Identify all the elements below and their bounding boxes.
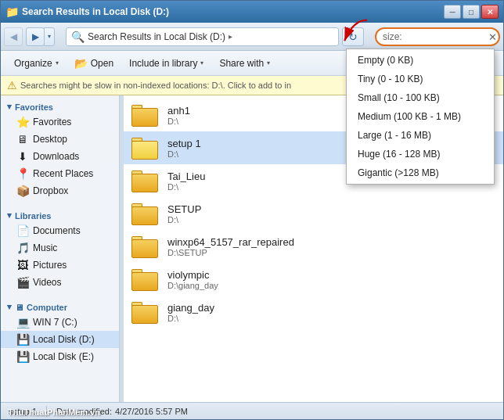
address-text: Search Results in Local Disk (D:)	[88, 31, 225, 42]
favorites-header-label: Favorites	[15, 102, 53, 112]
include-library-label: Include in library	[129, 58, 197, 69]
file-path: D:\SETUP	[167, 248, 294, 257]
file-path: D:\giang_day	[167, 281, 218, 290]
sidebar-label-desktop: Desktop	[33, 134, 67, 145]
size-dropdown-menu: Empty (0 KB) Tiny (0 - 10 KB) Small (10 …	[346, 48, 495, 185]
file-info: violympic D:\giang_day	[167, 269, 218, 290]
open-button[interactable]: 📂 Open	[67, 53, 121, 74]
statusbar: setup 1 Date modified: 4/27/2016 5:57 PM	[1, 402, 503, 419]
table-row[interactable]: giang_day D:\	[124, 296, 503, 328]
file-info: Tai_Lieu D:\	[167, 171, 205, 192]
search-bar-wrap: ✕	[375, 27, 500, 46]
folder-icon	[131, 169, 160, 192]
documents-icon: 📄	[16, 224, 29, 237]
folder-icon	[131, 202, 160, 225]
sidebar-favorites-header[interactable]: ▾ Favorites	[1, 99, 119, 113]
sidebar-libraries-section: ▾ Libraries 📄 Documents 🎵 Music 🖼 Pictur…	[1, 207, 119, 291]
dropdown-item-tiny[interactable]: Tiny (0 - 10 KB)	[347, 70, 494, 88]
drive-e-icon: 💾	[16, 350, 29, 363]
sidebar-item-dropbox[interactable]: 📦 Dropbox	[1, 182, 119, 199]
refresh-button[interactable]: ↻	[342, 27, 364, 46]
folder-icon	[131, 235, 160, 258]
recent-places-icon: 📍	[16, 167, 29, 180]
sidebar-computer-header[interactable]: ▾ 🖥 Computer	[1, 299, 119, 314]
address-folder-icon: 🔍	[71, 31, 85, 43]
file-info: SETUP D:\	[167, 203, 201, 224]
sidebar-item-local-disk-e[interactable]: 💾 Local Disk (E:)	[1, 348, 119, 365]
dropdown-item-empty[interactable]: Empty (0 KB)	[347, 51, 494, 70]
drive-c-icon: 💻	[16, 316, 29, 328]
close-button[interactable]: ✕	[481, 5, 499, 19]
titlebar-left: 📁 Search Results in Local Disk (D:)	[5, 5, 169, 18]
folder-icon	[131, 267, 160, 291]
computer-collapse-icon: ▾	[7, 302, 12, 312]
sidebar-item-downloads[interactable]: ⬇ Downloads	[1, 148, 119, 165]
file-path: D:\	[167, 149, 201, 159]
favorites-collapse-icon: ▾	[7, 102, 12, 112]
nav-dropdown[interactable]: ▾	[44, 27, 55, 46]
dropdown-item-large[interactable]: Large (1 - 16 MB)	[347, 126, 494, 145]
desktop-icon: 🖥	[16, 133, 29, 145]
sidebar-label-local-disk-e: Local Disk (E:)	[33, 351, 94, 362]
dropdown-item-gigantic[interactable]: Gigantic (>128 MB)	[347, 163, 494, 182]
sidebar-label-dropbox: Dropbox	[33, 185, 68, 196]
organize-dropdown-arrow: ▾	[56, 59, 59, 66]
sidebar-label-downloads: Downloads	[33, 151, 79, 162]
include-library-button[interactable]: Include in library ▾	[122, 53, 211, 74]
sidebar-item-recent-places[interactable]: 📍 Recent Places	[1, 165, 119, 182]
share-button[interactable]: Share with ▾	[212, 53, 277, 74]
info-icon: ⚠	[7, 79, 17, 92]
sidebar-item-local-disk-d[interactable]: 💾 Local Disk (D:)	[1, 331, 119, 348]
dropbox-icon: 📦	[16, 185, 29, 197]
minimize-button[interactable]: ─	[444, 5, 461, 19]
sidebar-item-videos[interactable]: 🎬 Videos	[1, 274, 119, 291]
window-title: Search Results in Local Disk (D:)	[22, 6, 169, 17]
downloads-icon: ⬇	[16, 150, 29, 163]
sidebar-libraries-header[interactable]: ▾ Libraries	[1, 207, 119, 222]
sidebar-item-documents[interactable]: 📄 Documents	[1, 222, 119, 239]
folder-icon	[131, 103, 160, 127]
table-row[interactable]: SETUP D:\	[124, 197, 503, 230]
address-bar[interactable]: 🔍 Search Results in Local Disk (D:) ▸	[66, 27, 339, 46]
sidebar-item-favorites[interactable]: ⭐ Favorites	[1, 113, 119, 131]
favorites-icon: ⭐	[16, 116, 29, 128]
organize-button[interactable]: Organize ▾	[7, 53, 66, 74]
sidebar-item-pictures[interactable]: 🖼 Pictures	[1, 257, 119, 274]
open-icon: 📂	[74, 57, 88, 70]
back-button[interactable]: ◀	[4, 27, 23, 46]
sidebar-label-pictures: Pictures	[33, 260, 67, 271]
status-date-value: 4/27/2016 5:57 PM	[115, 407, 188, 416]
file-name: violympic	[167, 269, 218, 281]
file-name: SETUP	[167, 203, 201, 215]
sidebar-label-favorites: Favorites	[33, 117, 71, 127]
address-dropdown-arrow: ▸	[229, 32, 232, 41]
search-submit-button[interactable]: ✕	[488, 31, 497, 42]
dropdown-item-huge[interactable]: Huge (16 - 128 MB)	[347, 145, 494, 163]
maximize-button[interactable]: □	[463, 5, 480, 19]
file-path: D:\	[167, 117, 190, 126]
sidebar-item-music[interactable]: 🎵 Music	[1, 239, 119, 257]
sidebar-label-documents: Documents	[33, 225, 81, 236]
search-input[interactable]	[375, 27, 500, 46]
titlebar-buttons: ─ □ ✕	[444, 5, 499, 19]
sidebar-label-recent-places: Recent Places	[33, 168, 93, 179]
folder-icon	[131, 136, 160, 160]
computer-icon: 🖥	[15, 303, 23, 312]
dropdown-item-small[interactable]: Small (10 - 100 KB)	[347, 88, 494, 107]
file-info: giang_day D:\	[167, 302, 214, 323]
titlebar: 📁 Search Results in Local Disk (D:) ─ □ …	[1, 1, 503, 23]
table-row[interactable]: violympic D:\giang_day	[124, 263, 503, 296]
sidebar-item-desktop[interactable]: 🖥 Desktop	[1, 131, 119, 148]
window-icon: 📁	[5, 5, 19, 18]
sidebar-label-videos: Videos	[33, 277, 61, 288]
file-name: setup 1	[167, 138, 201, 149]
sidebar-item-win7c[interactable]: 💻 WIN 7 (C:)	[1, 314, 119, 331]
table-row[interactable]: winxp64_5157_rar_repaired D:\SETUP	[124, 230, 503, 263]
forward-button[interactable]: ▶	[26, 27, 45, 46]
sidebar-label-local-disk-d: Local Disk (D:)	[33, 334, 95, 345]
file-path: D:\	[167, 314, 214, 323]
dropdown-item-medium[interactable]: Medium (100 KB - 1 MB)	[347, 107, 494, 126]
pictures-icon: 🖼	[16, 259, 29, 271]
sidebar: ▾ Favorites ⭐ Favorites 🖥 Desktop ⬇ Down…	[1, 95, 120, 402]
info-message[interactable]: Searches might be slow in non-indexed lo…	[20, 81, 291, 90]
